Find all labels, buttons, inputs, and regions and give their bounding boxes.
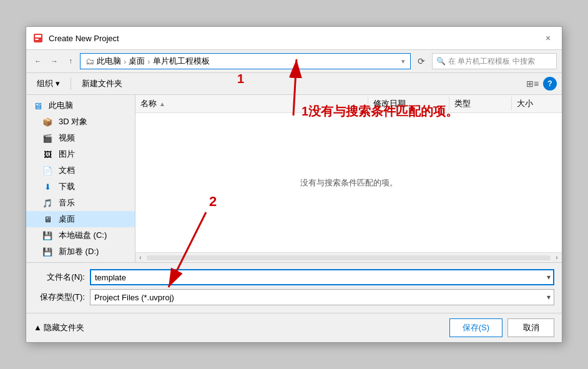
title-bar: Create New Project ×	[26, 27, 562, 50]
sidebar-item-download[interactable]: ⬇ 下载	[26, 179, 135, 195]
filename-input-wrapper	[90, 269, 554, 285]
main-content: 🖥 此电脑 📦 3D 对象 🎬 视频 🖼 图片 📄 文档 ⬇ 下载	[26, 95, 562, 262]
search-icon: 🔍	[436, 57, 446, 66]
footer: ▲ 隐藏文件夹 保存(S) 取消	[26, 313, 562, 342]
toolbar-separator	[71, 77, 71, 90]
filetype-row: 保存类型(T): Project Files (*.uvproj)	[34, 289, 554, 305]
toolbar-right: ⊞≡ ?	[524, 76, 557, 92]
col-size[interactable]: 大小	[512, 97, 562, 111]
close-button[interactable]: ×	[541, 31, 556, 46]
search-placeholder: 在 单片机工程模板 中搜索	[448, 56, 535, 67]
address-bar: ← → ↑ 🗂 此电脑 › 桌面 › 单片机工程模板 ▾ ⟳ 🔍 在 单片机工程…	[26, 50, 562, 73]
view-toggle-button[interactable]: ⊞≡	[524, 76, 541, 92]
sidebar-item-music[interactable]: 🎵 音乐	[26, 195, 135, 211]
up-button[interactable]: ↑	[64, 54, 77, 68]
sidebar-item-download-label: 下载	[59, 181, 75, 192]
forward-button[interactable]: →	[47, 54, 61, 68]
bottom-form: 文件名(N): 保存类型(T): Project Files (*.uvproj…	[26, 262, 562, 313]
refresh-button[interactable]: ⟳	[413, 53, 429, 69]
path-sep1: ›	[124, 57, 126, 66]
path-part3: 单片机工程模板	[153, 56, 210, 67]
title-left: Create New Project	[32, 32, 119, 44]
back-button[interactable]: ←	[31, 54, 45, 68]
localdisk-icon: 💾	[41, 230, 54, 240]
scroll-track	[147, 255, 551, 260]
search-box[interactable]: 🔍 在 单片机工程模板 中搜索	[432, 53, 557, 69]
sidebar-item-computer-label: 此电脑	[49, 100, 73, 111]
file-area: 名称 ▲ 修改日期 类型 大小 1 没有与搜索条件匹配的项。	[135, 95, 562, 262]
scroll-right-button[interactable]: ›	[552, 253, 562, 263]
svg-rect-1	[35, 35, 41, 37]
new-folder-label: 新建文件夹	[82, 78, 122, 89]
3d-icon: 📦	[41, 117, 54, 127]
video-icon: 🎬	[41, 133, 54, 143]
save-button[interactable]: 保存(S)	[449, 318, 502, 337]
filetype-label: 保存类型(T):	[34, 292, 90, 303]
col-sort-icon: ▲	[159, 101, 165, 107]
sidebar-item-localdisk-label: 本地磁盘 (C:)	[59, 230, 107, 241]
svg-rect-2	[35, 39, 39, 40]
sidebar-item-desktop-label: 桌面	[59, 214, 75, 225]
sidebar: 🖥 此电脑 📦 3D 对象 🎬 视频 🖼 图片 📄 文档 ⬇ 下载	[26, 95, 135, 262]
address-path[interactable]: 🗂 此电脑 › 桌面 › 单片机工程模板 ▾	[80, 53, 411, 69]
sidebar-item-newvolume-label: 新加卷 (D:)	[59, 246, 99, 257]
organize-label: 组织 ▾	[37, 78, 60, 89]
new-folder-button[interactable]: 新建文件夹	[76, 76, 128, 92]
document-icon: 📄	[41, 165, 54, 175]
horizontal-scrollbar[interactable]: ‹ ›	[135, 252, 562, 262]
col-name-label: 名称	[140, 98, 157, 109]
dialog-window: Create New Project × ← → ↑ 🗂 此电脑 › 桌面 › …	[26, 26, 562, 343]
path-part1: 此电脑	[97, 56, 121, 67]
sidebar-item-computer[interactable]: 🖥 此电脑	[26, 97, 135, 114]
sidebar-item-desktop[interactable]: 🖥 桌面	[26, 211, 135, 227]
col-type-label: 类型	[454, 98, 471, 109]
sidebar-item-3d-label: 3D 对象	[59, 116, 87, 127]
desktop-icon: 🖥	[41, 214, 54, 224]
newvolume-icon: 💾	[41, 247, 54, 257]
path-sep2: ›	[147, 57, 150, 66]
download-icon: ⬇	[41, 182, 54, 192]
app-icon	[32, 32, 44, 44]
cancel-button[interactable]: 取消	[507, 318, 554, 337]
sidebar-item-picture-label: 图片	[59, 149, 75, 160]
filetype-select-wrapper: Project Files (*.uvproj)	[90, 289, 554, 305]
sidebar-item-video[interactable]: 🎬 视频	[26, 130, 135, 146]
filetype-select[interactable]: Project Files (*.uvproj)	[90, 289, 554, 305]
sidebar-item-video-label: 视频	[59, 132, 75, 144]
sidebar-item-music-label: 音乐	[59, 197, 75, 209]
filename-label: 文件名(N):	[34, 272, 90, 283]
hide-folder-label: ▲ 隐藏文件夹	[34, 322, 84, 333]
music-icon: 🎵	[41, 198, 54, 208]
sidebar-item-picture[interactable]: 🖼 图片	[26, 146, 135, 162]
sidebar-item-document[interactable]: 📄 文档	[26, 162, 135, 179]
col-date-label: 修改日期	[373, 98, 406, 109]
empty-message: 没有与搜索条件匹配的项。	[300, 177, 398, 189]
organize-button[interactable]: 组织 ▾	[31, 76, 66, 92]
col-size-label: 大小	[517, 98, 533, 109]
scroll-left-button[interactable]: ‹	[135, 253, 145, 263]
filename-row: 文件名(N):	[34, 269, 554, 285]
help-button[interactable]: ?	[543, 77, 557, 91]
col-type[interactable]: 类型	[449, 97, 512, 111]
hide-folder-button[interactable]: ▲ 隐藏文件夹	[34, 322, 84, 333]
dialog-title: Create New Project	[49, 34, 119, 43]
sidebar-item-3d[interactable]: 📦 3D 对象	[26, 114, 135, 130]
col-name[interactable]: 名称 ▲	[135, 97, 368, 111]
path-part2: 桌面	[129, 56, 145, 67]
footer-buttons: 保存(S) 取消	[449, 318, 554, 337]
toolbar: 组织 ▾ 新建文件夹 ⊞≡ ?	[26, 73, 562, 95]
filename-input[interactable]	[90, 269, 554, 285]
col-date[interactable]: 修改日期	[368, 97, 449, 111]
sidebar-item-document-label: 文档	[59, 165, 75, 176]
sidebar-item-localdisk[interactable]: 💾 本地磁盘 (C:)	[26, 227, 135, 244]
sidebar-item-newvolume[interactable]: 💾 新加卷 (D:)	[26, 244, 135, 260]
file-header: 名称 ▲ 修改日期 类型 大小	[135, 95, 562, 113]
picture-icon: 🖼	[41, 149, 54, 159]
computer-icon: 🖥	[31, 101, 44, 111]
file-body: 1 没有与搜索条件匹配的项。	[135, 113, 562, 252]
